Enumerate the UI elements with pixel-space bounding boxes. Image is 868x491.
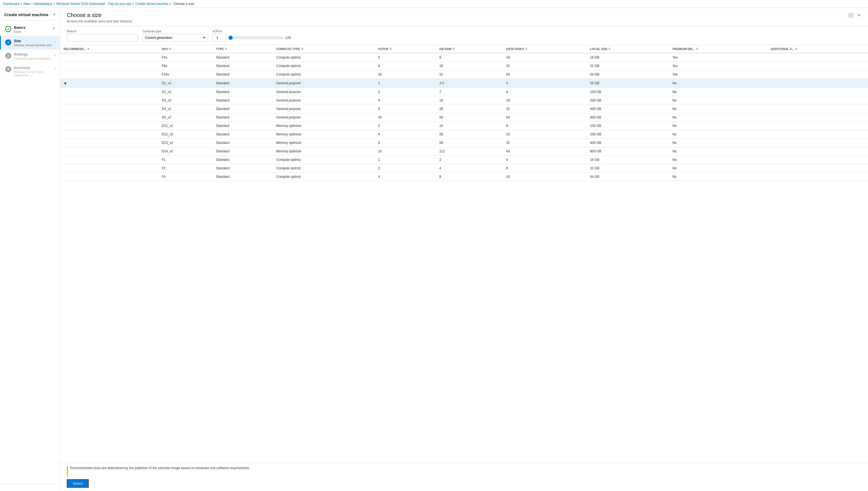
cell-sku: D1_v2 <box>159 79 213 88</box>
cell-local_ssd: 16 GB <box>587 53 669 62</box>
table-row[interactable]: D13_v2StandardMemory optimize85632400 GB… <box>60 139 868 147</box>
cell-gb_ram: 7 <box>436 88 503 96</box>
vcpu-input[interactable] <box>213 34 226 41</box>
cell-recommended <box>60 105 159 113</box>
cell-gb_ram: 16 <box>436 62 503 70</box>
cell-gb_ram: 56 <box>436 113 503 122</box>
breadcrumb-dashboard[interactable]: Dashboard <box>3 2 20 6</box>
sidebar-item-basics[interactable]: ✓ Basics Done ✓ <box>0 23 60 36</box>
cell-data_disks: 16 <box>503 96 587 105</box>
step-subtitle-settings: Configure optional features <box>14 57 54 60</box>
cell-recommended <box>60 173 159 181</box>
restore-button[interactable]: ⬜ <box>847 12 855 18</box>
cell-vcpus: 1 <box>375 79 436 88</box>
table-row[interactable]: F4sStandardCompute optimiz481616 GBYes <box>60 53 868 62</box>
col-recommended[interactable]: RECOMMEND... ⇅ <box>60 45 159 53</box>
sort-icon-vcpus: ⇅ <box>390 48 392 50</box>
breadcrumb-vm-image[interactable]: Windows Server 2016 Datacenter - Pay-as-… <box>56 2 131 6</box>
cell-data_disks: 8 <box>503 88 587 96</box>
cell-recommended <box>60 147 159 156</box>
col-sku[interactable]: SKU ⇅ <box>159 45 213 53</box>
sort-icon-sku: ⇅ <box>169 48 171 50</box>
table-row[interactable]: D11_v2StandardMemory optimize2148100 GBN… <box>60 122 868 130</box>
breadcrumb-marketplace[interactable]: Marketplace <box>34 2 52 6</box>
search-label: Search <box>67 30 138 33</box>
sort-icon-compute: ⇅ <box>301 48 303 50</box>
cell-additional_f <box>767 164 868 173</box>
cell-additional_f <box>767 113 868 122</box>
cell-premium_dis: No <box>669 130 767 139</box>
table-row[interactable]: F8sStandardCompute optimiz8163232 GBYes <box>60 62 868 70</box>
cell-gb_ram: 28 <box>436 105 503 113</box>
cell-compute_type: Compute optimiz <box>273 164 375 173</box>
table-row[interactable]: D4_v2StandardGeneral purpose82832400 GBN… <box>60 105 868 113</box>
cell-compute_type: Memory optimize <box>273 122 375 130</box>
compute-type-select[interactable]: Current generation All generations Previ… <box>142 34 208 41</box>
step-number-1: ✓ <box>5 26 11 32</box>
col-vcpus[interactable]: VCPUS ⇅ <box>375 45 436 53</box>
step-subtitle-size: Choose virtual machine size <box>14 44 54 47</box>
search-group: Search <box>67 30 138 41</box>
col-gb-ram[interactable]: GB RAM ⇅ <box>436 45 503 53</box>
table-row[interactable]: F4StandardCompute optimiz481664 GBNo <box>60 173 868 181</box>
col-compute-type[interactable]: COMPUTE TYPE ⇅ <box>273 45 375 53</box>
cell-type: Standard <box>213 62 273 70</box>
close-button[interactable]: × <box>857 12 862 18</box>
search-input[interactable] <box>67 34 138 41</box>
cell-type: Standard <box>213 139 273 147</box>
cell-gb_ram: 28 <box>436 130 503 139</box>
vcpu-max-value: 128 <box>285 36 291 40</box>
sidebar-item-size[interactable]: 2 Size Choose virtual machine size › <box>0 36 60 50</box>
cell-sku: D2_v2 <box>159 88 213 96</box>
sidebar-close-button[interactable]: × <box>53 12 56 17</box>
step-subtitle-basics: Done <box>14 30 52 33</box>
vcpu-slider[interactable] <box>228 35 283 40</box>
cell-recommended <box>60 164 159 173</box>
table-row[interactable]: D3_v2StandardGeneral purpose41416200 GBN… <box>60 96 868 105</box>
vcpu-controls: 128 <box>213 34 291 41</box>
col-premium-dis[interactable]: PREMIUM DIS... ⇅ <box>669 45 767 53</box>
cell-additional_f <box>767 53 868 62</box>
cell-vcpus: 8 <box>375 62 436 70</box>
table-row[interactable]: ★D1_v2StandardGeneral purpose13.5450 GBN… <box>60 79 868 88</box>
table-row[interactable]: F2StandardCompute optimiz24832 GBNo <box>60 164 868 173</box>
col-type[interactable]: TYPE ⇅ <box>213 45 273 53</box>
cell-recommended <box>60 156 159 164</box>
cell-compute_type: Memory optimize <box>273 147 375 156</box>
cell-compute_type: Memory optimize <box>273 139 375 147</box>
cell-data_disks: 8 <box>503 164 587 173</box>
table-row[interactable]: D12_v2StandardMemory optimize42816200 GB… <box>60 130 868 139</box>
sidebar-item-settings[interactable]: 3 Settings Configure optional features › <box>0 50 60 63</box>
table-row[interactable]: F1StandardCompute optimiz12416 GBNo <box>60 156 868 164</box>
cell-sku: F1 <box>159 156 213 164</box>
cell-additional_f <box>767 62 868 70</box>
step-text-basics: Basics Done <box>14 25 52 33</box>
cell-data_disks: 16 <box>503 53 587 62</box>
step-title-size: Size <box>14 39 54 43</box>
filter-bar: Search Compute type Current generation A… <box>60 26 868 45</box>
sidebar-item-summary[interactable]: 4 Summary Windows Server 2016 Datacenter… <box>0 63 60 80</box>
table-row[interactable]: D2_v2StandardGeneral purpose278100 GBNo <box>60 88 868 96</box>
table-row[interactable]: D5_v2StandardGeneral purpose165664800 GB… <box>60 113 868 122</box>
cell-local_ssd: 200 GB <box>587 130 669 139</box>
select-button[interactable]: Select <box>67 479 89 488</box>
cell-type: Standard <box>213 70 273 79</box>
cell-recommended <box>60 96 159 105</box>
col-local-ssd[interactable]: LOCAL SSD ⇅ <box>587 45 669 53</box>
table-row[interactable]: F16sStandardCompute optimiz16326464 GBYe… <box>60 70 868 79</box>
col-additional-f[interactable]: ADDITIONAL F... ⇅ <box>767 45 868 53</box>
breadcrumb-new[interactable]: New <box>24 2 30 6</box>
compute-type-label: Compute type <box>142 30 208 33</box>
col-data-disks[interactable]: DATA DISKS ⇅ <box>503 45 587 53</box>
cell-additional_f <box>767 96 868 105</box>
table-row[interactable]: D14_v2StandardMemory optimize1611264800 … <box>60 147 868 156</box>
cell-gb_ram: 14 <box>436 122 503 130</box>
cell-premium_dis: No <box>669 96 767 105</box>
breadcrumb: Dashboard > New > Marketplace > Windows … <box>0 0 868 8</box>
main-panel: Choose a size Browse the available sizes… <box>60 8 868 491</box>
cell-recommended <box>60 139 159 147</box>
panel-title: Choose a size <box>67 12 132 18</box>
cell-type: Standard <box>213 156 273 164</box>
cell-vcpus: 2 <box>375 164 436 173</box>
breadcrumb-create-vm[interactable]: Create virtual machine <box>135 2 168 6</box>
